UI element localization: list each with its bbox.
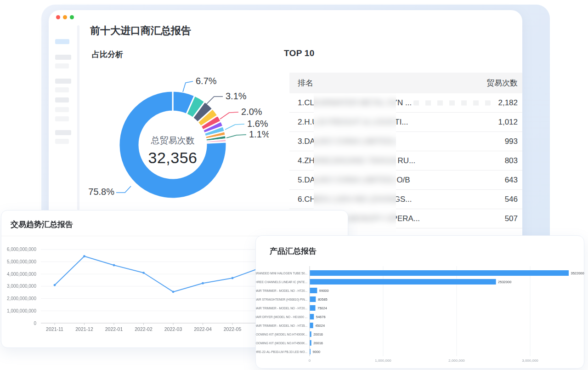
sidebar-item-4[interactable]	[55, 79, 71, 84]
svg-text:HAIR TRIMMER - MODEL NO - HT20: HAIR TRIMMER - MODEL NO - HT20...	[256, 289, 307, 292]
svg-text:HAIR DRYER (MODEL NO - HD1600: HAIR DRYER (MODEL NO - HD1600 ...	[256, 315, 307, 319]
minimize-button[interactable]	[63, 15, 67, 19]
sidebar-item-8[interactable]	[55, 116, 69, 121]
donut-chart: 6.7%3.1%2.0%1.6%1.1%75.8%	[85, 71, 269, 205]
svg-text:54676: 54676	[316, 315, 326, 319]
svg-text:HRE-22-AL-PB33-LM PB.33 LED MO: HRE-22-AL-PB33-LM PB.33 LED MO...	[256, 350, 307, 353]
svg-text:2022-01: 2022-01	[105, 326, 123, 332]
svg-text:0: 0	[309, 359, 311, 363]
top10-title: TOP 10	[284, 48, 315, 58]
svg-text:1,000,000: 1,000,000	[375, 359, 391, 363]
svg-text:9000: 9000	[312, 350, 320, 354]
svg-text:HAIR TRIMMER - MODEL NO - HT35: HAIR TRIMMER - MODEL NO - HT35...	[256, 324, 307, 327]
sidebar-item-3[interactable]	[55, 63, 69, 68]
sidebar-item-6[interactable]	[55, 97, 69, 102]
svg-text:2021-11: 2021-11	[46, 326, 63, 332]
svg-text:99000: 99000	[319, 289, 329, 293]
svg-text:6.7%: 6.7%	[196, 76, 217, 86]
donut-section-title: 占比分析	[92, 49, 123, 60]
svg-text:75.8%: 75.8%	[88, 187, 114, 197]
svg-text:THREE CHANNELS LINEAR IC (INTE: THREE CHANNELS LINEAR IC (INTE...	[256, 280, 307, 284]
svg-text:1,000,000,000: 1,000,000,000	[7, 308, 36, 313]
product-bar-chart: 01,000,0002,000,0003,000,000UNBRANDED MI…	[256, 262, 585, 370]
sidebar-item-7[interactable]	[55, 107, 69, 112]
window-controls	[56, 15, 74, 19]
trade-count: 546	[499, 195, 518, 204]
sidebar-item-2[interactable]	[55, 55, 71, 60]
product-panel-title: 产品汇总报告	[270, 246, 317, 256]
svg-text:2022-02: 2022-02	[135, 326, 153, 332]
product-report-panel: 产品汇总报告 01,000,0002,000,0003,000,000UNBRA…	[255, 235, 584, 369]
close-button[interactable]	[56, 15, 60, 19]
column-trades: 贸易次数	[486, 78, 518, 88]
trade-count: 1,012	[492, 118, 518, 127]
sidebar-item-5[interactable]	[55, 87, 69, 92]
svg-text:1.6%: 1.6%	[247, 119, 268, 129]
trend-panel-title: 交易趋势汇总报告	[11, 219, 73, 230]
sidebar-item-1[interactable]	[55, 39, 69, 44]
svg-text:4,000,000,000: 4,000,000,000	[7, 272, 36, 277]
column-rank: 排名	[298, 78, 313, 88]
svg-text:80585: 80585	[318, 297, 328, 302]
trade-count: 803	[499, 156, 518, 165]
svg-text:HAIR STRAIGHTENER (HS6810) PIN: HAIR STRAIGHTENER (HS6810) PIN...	[256, 298, 307, 302]
svg-text:GROOMING KIT (MODEL NO.HT4000K: GROOMING KIT (MODEL NO.HT4000K...	[256, 333, 307, 336]
svg-text:3,000,000,000: 3,000,000,000	[7, 284, 36, 289]
svg-text:20016: 20016	[313, 341, 323, 345]
table-header: 排名 贸易次数	[289, 73, 522, 93]
maximize-button[interactable]	[70, 15, 74, 19]
svg-text:3522000: 3522000	[571, 271, 584, 275]
svg-text:UNBRANDED MINI HALOGEN TUBE 50: UNBRANDED MINI HALOGEN TUBE 50...	[256, 272, 307, 275]
svg-text:GROOMING KIT (MODEL NO.HT4500K: GROOMING KIT (MODEL NO.HT4500K...	[256, 342, 307, 345]
svg-text:2,000,000,000: 2,000,000,000	[7, 296, 36, 301]
svg-text:0: 0	[34, 321, 36, 326]
svg-text:75024: 75024	[317, 306, 327, 310]
svg-text:5,000,000,000: 5,000,000,000	[7, 259, 36, 264]
trade-count: 507	[499, 214, 518, 223]
sidebar-divider	[77, 25, 79, 210]
svg-text:3.1%: 3.1%	[226, 91, 247, 101]
svg-text:2.0%: 2.0%	[241, 107, 262, 117]
page: 前十大进口商汇总报告 占比分析 6.7%3.1%2.0%1.6%1.1%75.8…	[0, 0, 588, 370]
svg-text:2532000: 2532000	[498, 280, 511, 284]
svg-text:2,000,000: 2,000,000	[448, 359, 465, 363]
svg-text:20016: 20016	[313, 332, 323, 336]
svg-text:6,000,000,000: 6,000,000,000	[7, 247, 36, 252]
sidebar-item-10[interactable]	[55, 139, 69, 144]
svg-text:1.1%: 1.1%	[249, 129, 269, 139]
trade-count: 2,182	[492, 98, 518, 108]
svg-text:45024: 45024	[315, 324, 325, 328]
svg-text:2022-05: 2022-05	[224, 326, 242, 332]
trade-count: 993	[499, 137, 518, 146]
svg-text:3,000,000: 3,000,000	[522, 359, 538, 363]
page-title: 前十大进口商汇总报告	[90, 24, 191, 38]
svg-text:HAIR TRIMMER - MODEL NO - HT20: HAIR TRIMMER - MODEL NO - HT20...	[256, 307, 307, 310]
sidebar-item-9[interactable]	[55, 130, 71, 135]
trade-count: 643	[499, 176, 518, 185]
svg-text:2021-12: 2021-12	[75, 326, 93, 332]
svg-text:2022-04: 2022-04	[194, 326, 212, 332]
svg-text:2022-03: 2022-03	[164, 326, 182, 332]
